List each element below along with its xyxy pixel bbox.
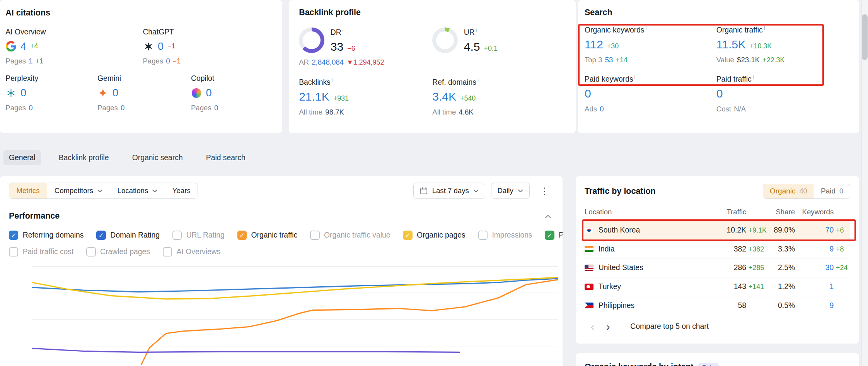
- chatgpt-pages-value[interactable]: 0: [166, 57, 170, 65]
- south-korea-flag-icon: [585, 227, 593, 233]
- copilot-citations-value[interactable]: 0: [206, 87, 212, 99]
- paid-keywords-label: Paid keywordsi: [585, 74, 716, 84]
- organic-keywords-value[interactable]: 112: [585, 38, 603, 51]
- paid-keywords-value[interactable]: 0: [585, 87, 591, 100]
- ai-overview-pages-value[interactable]: 1: [29, 57, 32, 65]
- traffic-by-location-title: Traffic by location: [585, 186, 656, 196]
- metric-checkbox-paid-traffic[interactable]: ✓Paid traffic: [545, 231, 562, 240]
- metric-checkbox-ai-overviews[interactable]: AI Overviews: [163, 247, 221, 257]
- location-row-india[interactable]: India 382+382 3.3% 9+8: [585, 239, 850, 258]
- performance-card: Metrics Competitors Locations Years Last…: [0, 176, 563, 366]
- location-row-south-korea[interactable]: South Korea 10.2K+9.1K 89.0% 70+6: [585, 221, 850, 239]
- keywords-value[interactable]: 9: [830, 245, 834, 253]
- metric-checkbox-domain-rating[interactable]: ✓Domain Rating: [96, 231, 160, 240]
- ref-domains-value[interactable]: 3.4K: [432, 90, 456, 103]
- metric-checkbox-row-1: ✓Referring domains ✓Domain Rating URL Ra…: [9, 231, 554, 240]
- backlinks-value[interactable]: 21.1K: [299, 90, 329, 103]
- column-share: Share: [746, 208, 795, 216]
- info-icon: i: [343, 27, 344, 33]
- keywords-value[interactable]: 30: [825, 263, 834, 272]
- keywords-value[interactable]: 9: [830, 301, 834, 310]
- ref-domains-block: Ref. domainsi 3.4K +540 All time 4.6K: [432, 77, 566, 116]
- granularity-button[interactable]: Daily: [491, 183, 530, 198]
- location-row-turkey[interactable]: Turkey 143+141 1.2% 1: [585, 277, 850, 296]
- metric-checkbox-url-rating[interactable]: URL Rating: [172, 231, 225, 240]
- united-states-flag-icon: [585, 265, 593, 271]
- ai-source-name: Perplexity: [5, 74, 97, 83]
- traffic-value: 10.2K: [727, 226, 746, 234]
- location-name: Turkey: [599, 282, 621, 291]
- column-location: Location: [585, 208, 673, 216]
- info-icon: i: [752, 74, 754, 80]
- info-icon: i: [477, 77, 479, 83]
- info-icon: i: [764, 25, 765, 31]
- checkbox-checked-icon: ✓: [9, 231, 18, 240]
- tab-paid-search[interactable]: Paid search: [200, 150, 251, 165]
- info-icon: i: [634, 74, 635, 80]
- checkbox-unchecked-icon: [172, 231, 182, 240]
- more-options-button[interactable]: ⋮: [535, 184, 554, 198]
- organic-toggle-button[interactable]: Organic40: [763, 184, 814, 198]
- tab-organic-search[interactable]: Organic search: [126, 150, 188, 165]
- paid-traffic-value[interactable]: 0: [716, 87, 723, 100]
- chatgpt-citations-value[interactable]: 0: [158, 40, 164, 53]
- tab-backlink-profile[interactable]: Backlink profile: [53, 150, 114, 165]
- scrollbar-thumb[interactable]: [862, 14, 867, 60]
- locations-button[interactable]: Locations: [110, 183, 165, 198]
- ai-source-gemini: Gemini 0 Pages 0: [97, 74, 191, 112]
- compare-top5-link[interactable]: Compare top 5 on chart: [630, 322, 709, 331]
- keywords-delta: +8: [836, 245, 844, 253]
- gemini-citations-value[interactable]: 0: [113, 87, 118, 99]
- cost-value: N/A: [734, 105, 746, 113]
- paid-toggle-button[interactable]: Paid0: [814, 184, 850, 198]
- prev-page-button[interactable]: ‹: [585, 320, 600, 333]
- ai-source-copilot: Copilot 0 Pages 0: [191, 74, 218, 112]
- metrics-button[interactable]: Metrics: [9, 183, 47, 198]
- traffic-value: 286: [734, 263, 746, 272]
- overview-tabbar: General Backlink profile Organic search …: [3, 150, 251, 165]
- location-row-philippines[interactable]: Philippines 58 0.5% 9: [585, 296, 850, 315]
- traffic-value: 382: [734, 245, 746, 253]
- ur-label: URi: [464, 27, 498, 37]
- keywords-value[interactable]: 70: [825, 226, 834, 234]
- metric-checkbox-paid-traffic-cost[interactable]: Paid traffic cost: [9, 247, 73, 257]
- metric-checkbox-organic-traffic-value[interactable]: Organic traffic value: [310, 231, 390, 240]
- dr-delta: −6: [347, 44, 355, 53]
- organic-keywords-intent-card: Organic keywords by intent Beta: [576, 353, 859, 366]
- tab-general[interactable]: General: [3, 150, 41, 165]
- competitors-button[interactable]: Competitors: [47, 183, 110, 198]
- keywords-value[interactable]: 1: [830, 282, 834, 291]
- organic-keywords-block: Organic keywordsi 112 +30 Top 3 53 +14: [585, 25, 716, 64]
- ar-value[interactable]: 2,848,084: [312, 58, 344, 67]
- perplexity-citations-value[interactable]: 0: [20, 87, 26, 99]
- checkbox-unchecked-icon: [478, 231, 488, 240]
- paid-traffic-label: Paid traffici: [716, 74, 848, 84]
- metric-checkbox-organic-pages[interactable]: ✓Organic pages: [403, 231, 465, 240]
- organic-traffic-value[interactable]: 11.5K: [716, 38, 746, 51]
- ref-domains-label: Ref. domainsi: [432, 77, 566, 87]
- next-page-button[interactable]: ›: [600, 320, 616, 333]
- checkbox-checked-icon: ✓: [545, 231, 554, 240]
- location-row-united-states[interactable]: United States 286+285 2.5% 30+24: [585, 258, 850, 277]
- dr-label: DRi: [331, 27, 355, 37]
- value-label: Value: [716, 56, 734, 64]
- top3-value[interactable]: 53: [605, 56, 613, 64]
- ai-source-name: Copilot: [191, 74, 218, 83]
- location-name: India: [599, 245, 615, 253]
- ref-domains-delta: +540: [460, 94, 476, 103]
- ai-overview-citations-value[interactable]: 4: [20, 40, 26, 53]
- metric-checkbox-organic-traffic[interactable]: ✓Organic traffic: [237, 231, 298, 240]
- backlinks-label: Backlinksi: [299, 77, 432, 87]
- gemini-pages-value[interactable]: 0: [121, 104, 124, 112]
- ads-value[interactable]: 0: [600, 105, 604, 113]
- collapse-section-icon[interactable]: [542, 211, 554, 222]
- metric-checkbox-crawled-pages[interactable]: Crawled pages: [86, 247, 150, 257]
- perplexity-pages-value[interactable]: 0: [29, 104, 32, 112]
- metric-checkbox-impressions[interactable]: Impressions: [478, 231, 532, 240]
- info-icon: i: [332, 77, 333, 83]
- date-range-button[interactable]: Last 7 days: [413, 183, 485, 198]
- years-button[interactable]: Years: [165, 183, 198, 198]
- search-title: Search: [585, 8, 853, 17]
- copilot-pages-value[interactable]: 0: [214, 104, 218, 112]
- metric-checkbox-referring-domains[interactable]: ✓Referring domains: [9, 231, 84, 240]
